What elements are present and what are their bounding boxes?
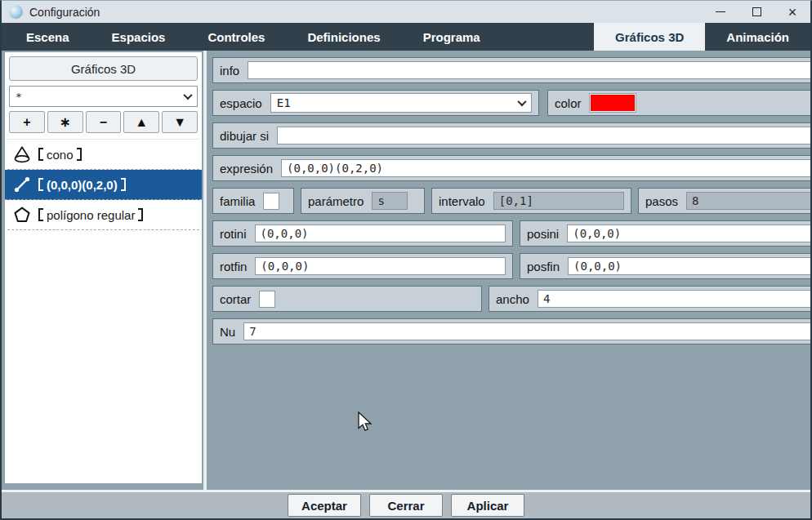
espacio-select-value: E1	[277, 96, 291, 109]
objects-list: cono (0,0,0)(0,2,0) polígono regular	[7, 139, 199, 230]
pentagon-icon	[12, 206, 32, 224]
move-down-button[interactable]: ▼	[162, 111, 198, 133]
tab-bar: Escena Espacios Controles Definiciones P…	[2, 23, 810, 51]
ancho-input[interactable]	[538, 290, 812, 308]
maximize-button[interactable]	[738, 1, 774, 23]
aplicar-button[interactable]: Aplicar	[451, 494, 524, 517]
posini-input[interactable]	[567, 224, 812, 242]
bracket-left-icon	[38, 178, 43, 191]
color-swatch[interactable]	[590, 94, 636, 112]
segment-icon	[12, 176, 32, 193]
list-item-label: cono	[38, 148, 82, 162]
aceptar-button[interactable]: Aceptar	[288, 494, 361, 517]
cortar-label: cortar	[220, 292, 251, 306]
minimize-icon	[716, 11, 725, 12]
pasos-input[interactable]	[686, 192, 812, 210]
bracket-right-icon	[77, 148, 82, 161]
list-item-label: polígono regular	[38, 208, 143, 222]
bracket-left-icon	[38, 208, 43, 221]
list-item-segment[interactable]: (0,0,0)(0,2,0)	[5, 170, 202, 200]
parametro-input[interactable]	[372, 192, 408, 210]
tab-espacios[interactable]: Espacios	[91, 23, 187, 51]
cortar-group: cortar	[212, 286, 482, 312]
posfin-label: posfin	[527, 260, 560, 273]
bracket-right-icon	[138, 208, 143, 221]
pasos-group: pasos	[638, 188, 812, 214]
tab-graficos-3d[interactable]: Gráficos 3D	[594, 23, 705, 51]
info-label: info	[220, 64, 239, 78]
objects-filter-value: *	[16, 91, 22, 103]
chevron-down-icon	[183, 91, 192, 100]
properties-form: info espacio E1 color	[207, 51, 812, 490]
tab-spacer	[502, 23, 594, 51]
rotini-group: rotini	[212, 220, 513, 247]
intervalo-group: intervalo	[431, 188, 631, 214]
nu-label: Nu	[220, 325, 235, 339]
content-area: Gráficos 3D * + ∗ − ▲ ▼	[2, 51, 810, 490]
rotfin-input[interactable]	[255, 257, 506, 275]
rotini-input[interactable]	[255, 224, 506, 242]
pasos-label: pasos	[645, 194, 678, 208]
intervalo-label: intervalo	[439, 194, 485, 208]
objects-panel-title: Gráficos 3D	[9, 56, 198, 81]
rotini-label: rotini	[220, 227, 247, 241]
intervalo-input[interactable]	[493, 192, 624, 210]
add-object-button[interactable]: +	[9, 111, 45, 133]
dibujar-si-group: dibujar si	[212, 122, 812, 149]
list-item-label: (0,0,0)(0,2,0)	[38, 178, 126, 192]
close-button[interactable]: ×	[774, 1, 810, 23]
bracket-right-icon	[121, 178, 126, 191]
tab-controles[interactable]: Controles	[186, 23, 286, 51]
familia-checkbox[interactable]	[263, 193, 279, 210]
cerrar-button[interactable]: Cerrar	[369, 494, 443, 517]
familia-group: familia	[212, 188, 294, 214]
tab-definiciones[interactable]: Definiciones	[286, 23, 401, 51]
close-icon: ×	[788, 5, 797, 20]
color-group: color	[547, 90, 812, 116]
dibujar-si-label: dibujar si	[220, 129, 269, 143]
list-item-cono[interactable]: cono	[7, 140, 199, 170]
remove-object-button[interactable]: −	[86, 111, 122, 133]
parametro-group: parámetro	[301, 188, 425, 214]
posfin-input[interactable]	[568, 257, 812, 275]
duplicate-object-button[interactable]: ∗	[47, 111, 83, 133]
expresion-label: expresión	[220, 162, 273, 176]
minimize-button[interactable]	[703, 1, 738, 23]
list-item-poligono[interactable]: polígono regular	[7, 200, 199, 230]
posfin-group: posfin	[520, 253, 812, 279]
cone-icon	[12, 145, 32, 163]
ancho-label: ancho	[496, 292, 529, 306]
left-column: Gráficos 3D * + ∗ − ▲ ▼	[2, 51, 207, 490]
objects-filter-select[interactable]: *	[9, 86, 198, 107]
espacio-group: espacio E1	[212, 90, 539, 116]
expresion-group: expresión	[212, 155, 812, 181]
parametro-label: parámetro	[308, 194, 364, 208]
rotfin-label: rotfin	[220, 260, 247, 273]
ancho-group: ancho	[489, 286, 812, 312]
tab-animacion[interactable]: Animación	[705, 23, 810, 51]
info-input[interactable]	[248, 61, 812, 79]
maximize-icon	[752, 7, 761, 16]
posini-group: posini	[520, 220, 812, 247]
familia-label: familia	[220, 194, 255, 208]
title-bar: Configuración ×	[2, 1, 810, 23]
nu-input[interactable]	[243, 322, 812, 340]
chevron-down-icon	[517, 97, 526, 106]
posini-label: posini	[527, 227, 559, 241]
espacio-select[interactable]: E1	[270, 93, 532, 113]
tab-escena[interactable]: Escena	[5, 23, 91, 51]
tab-programa[interactable]: Programa	[402, 23, 502, 51]
expresion-input[interactable]	[281, 159, 812, 177]
bracket-left-icon	[38, 148, 43, 161]
move-up-button[interactable]: ▲	[123, 111, 159, 133]
dibujar-si-input[interactable]	[277, 127, 812, 144]
nu-group: Nu	[212, 318, 812, 344]
color-label: color	[555, 96, 582, 110]
rotfin-group: rotfin	[212, 253, 513, 279]
app-icon	[9, 5, 23, 19]
info-group: info	[212, 57, 812, 83]
window-controls: ×	[703, 1, 810, 23]
objects-toolbar: + ∗ − ▲ ▼	[9, 111, 198, 133]
cortar-checkbox[interactable]	[259, 291, 275, 308]
footer-bar: Aceptar Cerrar Aplicar	[2, 490, 810, 518]
